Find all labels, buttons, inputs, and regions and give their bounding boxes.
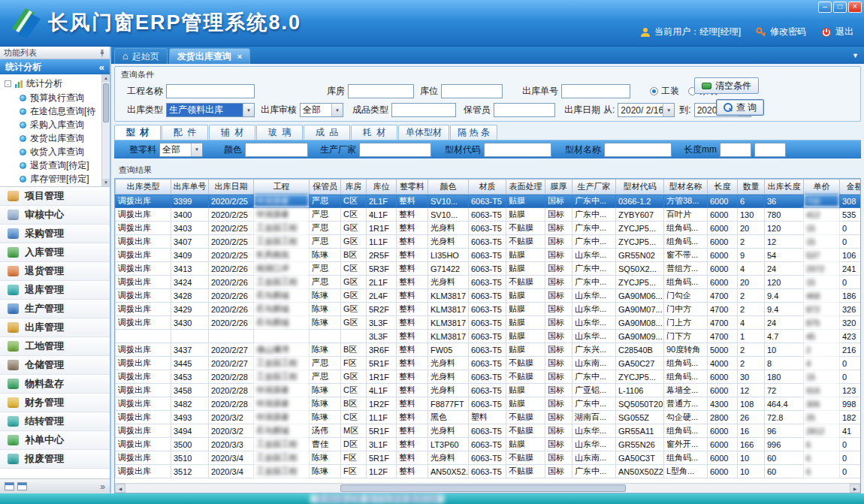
tree-item-5[interactable]: 退货查询[待定] [5, 158, 101, 172]
column-header-8[interactable]: 颜色 [428, 180, 469, 195]
date-from-picker[interactable]: 2020/ 2/16 ▼ [618, 103, 675, 117]
tree-item-2[interactable]: 采购入库查询 [5, 118, 101, 131]
tree-item-1[interactable]: 在途信息查询[待 [5, 104, 101, 118]
column-header-1[interactable]: 出库单号 [171, 180, 209, 195]
sidebar-item-1[interactable]: 审核中心 [0, 206, 110, 225]
tree-item-0[interactable]: 预算执行查询 [5, 91, 101, 104]
sidebar-item-8[interactable]: 工地管理 [0, 337, 110, 356]
chevron-down-icon[interactable]: ▼ [331, 104, 343, 116]
tree-root[interactable]: - 统计分析 [5, 77, 101, 91]
material-tab-0[interactable]: 型 材 [114, 125, 161, 140]
maximize-button[interactable]: □ [833, 2, 847, 13]
sidebar-item-12[interactable]: 结转管理 [0, 412, 110, 431]
scroll-left-icon[interactable]: ◀ [115, 484, 125, 493]
length-min-input[interactable] [720, 143, 751, 157]
chevron-down-icon[interactable]: ▼ [191, 143, 202, 156]
column-header-2[interactable]: 出库日期 [209, 180, 254, 195]
audit-select[interactable]: 全部 ▼ [300, 103, 343, 117]
tree-item-3[interactable]: 发货出库查询 [5, 131, 101, 145]
search-button[interactable]: 查 询 [716, 99, 764, 116]
sidebar-item-9[interactable]: 仓储管理 [0, 356, 110, 375]
sidebar-item-10[interactable]: 物料盘存 [0, 375, 110, 394]
out-type-select[interactable]: 生产领料出库 ▼ [166, 103, 255, 117]
table-row[interactable]: 调拨出库34282020/2/26石马辉城陈琳G区2L4F整料KLM381760… [116, 289, 861, 303]
column-header-6[interactable]: 库位 [367, 180, 397, 195]
table-row[interactable]: 调拨出库35122020/3/4工业园工程陈琳F区1L2F整料AN50X52..… [116, 465, 861, 478]
column-header-15[interactable]: 长度 [708, 180, 738, 195]
table-row[interactable]: 调拨出库34132020/2/26南湖口岸严思C区5R3F整料G71422606… [116, 262, 861, 276]
table-row[interactable]: 调拨出库34822020/2/28华润源著陈琳B区1R2F整料F8877FT60… [116, 397, 861, 411]
list-view-icon[interactable] [17, 482, 27, 490]
collapse-icon[interactable]: « [99, 62, 104, 73]
column-header-5[interactable]: 库房 [341, 180, 367, 195]
column-header-10[interactable]: 表面处理 [506, 180, 545, 195]
sidebar-item-2[interactable]: 采购管理 [0, 225, 110, 243]
material-tab-3[interactable]: 玻 璃 [256, 125, 303, 140]
tree-item-6[interactable]: 库存管理[待定] [5, 172, 101, 186]
clear-conditions-button[interactable]: 清空条件 [694, 77, 759, 94]
table-row[interactable]: 调拨出库34242020/2/26工业园工程严思G区2L1F整料光身料6063-… [116, 276, 861, 289]
scroll-right-icon[interactable]: ▶ [850, 484, 860, 493]
material-tab-2[interactable]: 辅 材 [209, 125, 255, 140]
horizontal-scrollbar[interactable]: ◀ ▶ [115, 483, 860, 493]
close-button[interactable]: × [848, 2, 862, 13]
material-tab-1[interactable]: 配 件 [162, 125, 208, 140]
tree-item-4[interactable]: 收货入库查询 [5, 145, 101, 158]
color-input[interactable] [245, 143, 308, 157]
table-row[interactable]: 调拨出库34032020/2/25工业园工程严思G区1R1F整料光身料6063-… [116, 222, 861, 235]
table-row[interactable]: 调拨出库34002020/2/25华润源著严思C区4L1F整料SV10...60… [116, 208, 861, 222]
location-input[interactable] [441, 84, 503, 98]
column-header-9[interactable]: 材质 [469, 180, 506, 195]
column-header-11[interactable]: 膜厚 [545, 180, 572, 195]
table-row[interactable]: 调拨出库34302020/2/26石马辉城陈琳G区3L3F整料KLM381760… [116, 316, 861, 330]
table-row[interactable]: 调拨出库34942020/3/2石马辉城汤伟M区5R1F整料光身料6063-T5… [116, 424, 861, 438]
sidebar-item-7[interactable]: 出库管理 [0, 318, 110, 337]
table-row[interactable]: 调拨出库34452020/2/27工业园工程严思F区5R1F整料光身料6063-… [116, 357, 861, 370]
table-row[interactable]: 调拨出库34932020/3/2华润源著陈琳C区1L1F整料黑色塑料不贴膜国标湖… [116, 411, 861, 424]
sidebar-item-0[interactable]: 项目管理 [0, 187, 110, 206]
sidebar-item-6[interactable]: 生产管理 [0, 300, 110, 318]
chevron-down-icon[interactable]: ▼ [243, 104, 254, 116]
tab-0[interactable]: ⌂起始页 [114, 48, 168, 64]
table-row[interactable]: 调拨出库35002020/3/3工业园工程曹佳D区3L1F整料LT3P60606… [116, 438, 861, 451]
sidebar-item-14[interactable]: 报废管理 [0, 450, 110, 469]
table-row[interactable]: 调拨出库34072020/2/25工业园工程严思G区1L1F整料光身料6063-… [116, 235, 861, 249]
panel-view-icon[interactable] [5, 482, 14, 490]
minimize-button[interactable]: – [818, 2, 832, 13]
tree-scrollbar[interactable]: ▲ ▼ [101, 74, 110, 186]
expand-arrows-icon[interactable]: » [100, 481, 105, 492]
scrollbar-thumb[interactable] [340, 484, 626, 492]
tree-scroll-thumb[interactable] [103, 83, 109, 122]
sidebar-item-11[interactable]: 财务管理 [0, 394, 110, 412]
scroll-up-icon[interactable]: ▲ [102, 74, 110, 82]
material-tab-7[interactable]: 隔 热 条 [450, 125, 497, 140]
sidebar-item-13[interactable]: 补单中心 [0, 431, 110, 450]
stats-panel-header[interactable]: 统计分析 « [0, 59, 110, 74]
table-row[interactable]: 调拨出库35102020/3/4工业园工程陈琳F区5R1F整料光身料6063-T… [116, 451, 861, 465]
length-max-input[interactable] [754, 143, 786, 157]
profile-name-input[interactable] [604, 143, 672, 157]
order-no-input[interactable] [561, 84, 630, 98]
pin-icon[interactable] [98, 49, 106, 57]
column-header-3[interactable]: 工程 [254, 180, 310, 195]
table-row[interactable]: 调拨出库33992020/2/25华润源著严思C区2L1F整料SV10...60… [116, 195, 861, 208]
change-password-link[interactable]: 修改密码 [770, 26, 806, 38]
sidebar-item-3[interactable]: 入库管理 [0, 243, 110, 262]
table-row[interactable]: 3L3F整料KLM38176063-T5贴膜国标山东华...GA90M09...… [116, 330, 861, 343]
column-header-17[interactable]: 出库长度 [765, 180, 804, 195]
column-header-13[interactable]: 型材代码 [616, 180, 664, 195]
tab-close-icon[interactable]: × [237, 52, 242, 61]
expander-icon[interactable]: - [5, 80, 11, 87]
project-name-input[interactable] [166, 84, 255, 98]
material-tab-4[interactable]: 成 品 [304, 125, 350, 140]
product-type-input[interactable] [391, 103, 456, 117]
column-header-14[interactable]: 型材名称 [664, 180, 708, 195]
chevron-down-icon[interactable]: ▼ [663, 104, 674, 116]
tab-1[interactable]: 发货出库查询× [169, 48, 250, 64]
column-header-7[interactable]: 整零料 [397, 180, 428, 195]
scroll-down-icon[interactable]: ▼ [102, 179, 110, 186]
column-header-16[interactable]: 数量 [738, 180, 765, 195]
table-row[interactable]: 调拨出库34292020/2/26石马辉城陈琳G区5R2F整料KLM381760… [116, 303, 861, 316]
maker-input[interactable] [359, 143, 431, 157]
logout-button[interactable]: 退出 [835, 26, 853, 38]
